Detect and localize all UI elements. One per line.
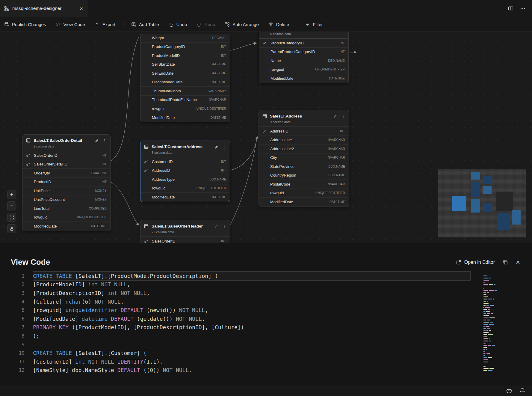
column-row[interactable]: ModifiedDateDATETIME xyxy=(140,113,230,122)
table-card-product[interactable]: WeightDECIMALProductCategoryIDINTProduct… xyxy=(140,34,230,122)
table-card-sales-order-detail[interactable]: SalesLT.SalesOrderDetail9 column dataSal… xyxy=(22,134,111,231)
code-text: [NameStyle] dbo.NameStyle DEFAULT ((0)) … xyxy=(33,366,470,375)
undo-button[interactable]: Undo xyxy=(169,22,187,27)
table-menu-button[interactable] xyxy=(222,145,226,149)
code-line: 10CREATE TABLE [SalesLT].[Customer] ( xyxy=(11,349,532,357)
table-card-sales-order-header[interactable]: SalesLT.SalesOrderHeader22 column dataSa… xyxy=(140,220,230,243)
column-row[interactable]: UnitPriceMONEY xyxy=(22,186,110,195)
column-row[interactable]: SellStartDateDATETIME xyxy=(140,60,230,69)
column-type: DBO.NAME xyxy=(328,165,345,168)
column-name: DiscontinuedDate xyxy=(152,80,183,84)
export-button[interactable]: Export xyxy=(95,22,115,27)
view-code-button[interactable]: View Code xyxy=(55,22,85,27)
column-type: INT xyxy=(102,154,107,157)
open-in-editor-button[interactable]: Open in Editor xyxy=(456,260,495,265)
column-row[interactable]: ProductModelIDINT xyxy=(140,51,230,60)
column-row[interactable]: StateProvinceDBO.NAME xyxy=(259,162,349,171)
more-actions-icon[interactable] xyxy=(520,6,525,11)
column-row[interactable]: AddressTypeDBO.NAME xyxy=(140,175,230,184)
column-name: AddressLine2 xyxy=(270,147,294,151)
column-row[interactable]: ThumbnailPhotoFileNameNVARCHAR xyxy=(140,96,230,105)
copilot-icon[interactable] xyxy=(506,388,512,394)
tab-close-icon[interactable]: × xyxy=(80,6,83,11)
table-card-address[interactable]: SalesLT.Address9 column dataAddressIDINT… xyxy=(259,110,349,207)
table-menu-button[interactable] xyxy=(222,224,226,229)
editor-tab[interactable]: mssql-schema-designer × xyxy=(0,0,87,17)
edit-table-button[interactable] xyxy=(214,225,218,229)
notifications-bell-icon[interactable] xyxy=(519,388,525,394)
code-line: 8); xyxy=(11,332,532,340)
fit-view-button[interactable] xyxy=(7,213,16,222)
code-text: [CustomerID] int NOT NULL IDENTITY(1,1), xyxy=(33,357,470,366)
publish-changes-button[interactable]: Publish Changes xyxy=(4,22,46,27)
add-table-button[interactable]: Add Table xyxy=(131,22,159,27)
column-type: DBO.NAME xyxy=(209,178,226,181)
table-card-customer-address[interactable]: SalesLT.CustomerAddress5 column dataCust… xyxy=(140,141,230,202)
toolbar-label: View Code xyxy=(63,22,85,27)
column-row[interactable]: SalesOrderIDINT xyxy=(22,151,110,160)
column-type: COMPUTED xyxy=(89,207,107,210)
column-row[interactable]: SalesOrderDetailIDINT xyxy=(22,160,110,169)
column-row[interactable]: LineTotalCOMPUTED xyxy=(22,204,110,213)
column-row[interactable]: SalesOrderIDINT xyxy=(140,237,230,243)
code-icon xyxy=(55,22,61,27)
table-card-product-category[interactable]: 5 column dataProductCategoryIDINTParentP… xyxy=(259,31,349,83)
copy-code-button[interactable] xyxy=(503,260,508,265)
column-name: SalesOrderID xyxy=(152,239,176,243)
filter-button[interactable]: Filter xyxy=(305,22,323,27)
column-name: AddressLine1 xyxy=(270,138,294,142)
code-line: 4[Culture] nchar(6) NOT NULL, xyxy=(11,297,532,306)
edit-table-button[interactable] xyxy=(214,145,218,149)
column-row[interactable]: rowguidUNIQUEIDENTIFIER xyxy=(140,104,230,113)
column-row[interactable]: AddressLine2NVARCHAR xyxy=(259,144,349,153)
column-row[interactable]: SellEndDateDATETIME xyxy=(140,69,230,78)
sql-code-editor[interactable]: 1CREATE TABLE [SalesLT].[ProductModelPro… xyxy=(11,272,532,374)
column-row[interactable]: rowguidUNIQUEIDENTIFIER xyxy=(22,213,110,222)
split-editor-icon[interactable] xyxy=(508,6,513,11)
column-row[interactable]: UnitPriceDiscountMONEY xyxy=(22,195,110,204)
column-row[interactable]: PostalCodeNVARCHAR xyxy=(259,180,349,189)
column-row[interactable]: rowguidUNIQUEIDENTIFIER xyxy=(140,184,230,193)
auto-arrange-button[interactable]: Auto Arrange xyxy=(225,22,259,27)
column-name: ProductModelID xyxy=(152,53,180,58)
column-row[interactable]: AddressIDINT xyxy=(259,127,349,136)
table-menu-button[interactable] xyxy=(341,114,345,119)
delete-button[interactable]: Delete xyxy=(268,22,289,27)
table-column-count: 5 column data xyxy=(270,32,291,36)
column-row[interactable]: ThumbNailPhotoVARBINARY xyxy=(140,87,230,96)
edit-table-button[interactable] xyxy=(95,139,99,143)
code-minimap[interactable] xyxy=(483,275,502,376)
table-menu-button[interactable] xyxy=(103,138,107,143)
schema-canvas[interactable]: WeightDECIMALProductCategoryIDINTProduct… xyxy=(0,31,532,243)
column-row[interactable]: ModifiedDateDATETIME xyxy=(22,222,110,231)
column-row[interactable]: CityNVARCHAR xyxy=(259,153,349,162)
column-row[interactable]: ModifiedDateDATETIME xyxy=(140,193,230,202)
column-row[interactable]: CustomerIDINT xyxy=(140,157,230,166)
column-row[interactable]: NameDBO.NAME xyxy=(259,56,348,65)
column-row[interactable]: rowguidUNIQUEIDENTIFIER xyxy=(259,65,348,74)
column-row[interactable]: rowguidUNIQUEIDENTIFIER xyxy=(259,189,349,198)
column-name: ModifiedDate xyxy=(270,200,293,204)
column-row[interactable]: AddressIDINT xyxy=(140,166,230,175)
zoom-in-button[interactable]: + xyxy=(7,190,16,199)
column-row[interactable]: ProductCategoryIDINT xyxy=(259,39,348,48)
column-row[interactable]: ModifiedDateDATETIME xyxy=(259,74,348,83)
column-row[interactable]: ProductCategoryIDINT xyxy=(140,43,230,52)
column-row[interactable]: ProductIDINT xyxy=(22,178,110,187)
column-row[interactable]: AddressLine1NVARCHAR xyxy=(259,136,349,145)
column-row[interactable]: ModifiedDateDATETIME xyxy=(259,198,349,207)
column-name: CustomerID xyxy=(152,159,173,164)
line-number: 8 xyxy=(11,333,25,339)
column-row[interactable]: OrderQtySMALLINT xyxy=(22,169,110,178)
redo-button[interactable]: Redo xyxy=(197,22,215,27)
column-row[interactable]: WeightDECIMAL xyxy=(140,34,230,43)
close-panel-button[interactable]: × xyxy=(516,259,520,266)
zoom-out-button[interactable]: − xyxy=(7,201,16,210)
canvas-minimap[interactable] xyxy=(438,169,526,237)
column-row[interactable]: CountryRegionDBO.NAME xyxy=(259,171,349,180)
lock-button[interactable] xyxy=(7,224,16,233)
column-type: INT xyxy=(221,45,226,48)
column-row[interactable]: ParentProductCategoryIDINT xyxy=(259,48,348,57)
column-row[interactable]: DiscontinuedDateDATETIME xyxy=(140,78,230,87)
edit-table-button[interactable] xyxy=(333,115,337,119)
